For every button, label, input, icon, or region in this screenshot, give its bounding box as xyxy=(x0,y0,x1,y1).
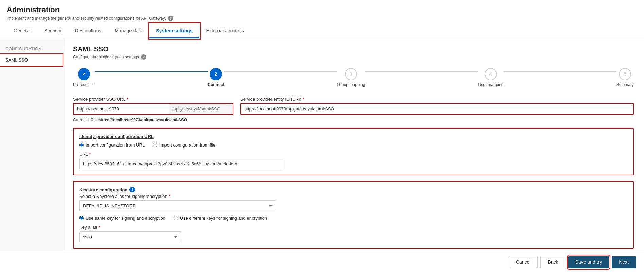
page-subtitle: Implement and manage the general and sec… xyxy=(7,16,166,21)
sso-url-row: Service provider SSO URL * Current URL: … xyxy=(73,97,634,122)
step-prerequisite: ✓ Prerequisite xyxy=(73,68,95,87)
step-line-3 xyxy=(365,71,478,72)
sso-url-label: Service provider SSO URL * xyxy=(73,97,233,102)
page-title: Administration xyxy=(7,5,637,14)
next-button[interactable]: Next xyxy=(612,256,636,267)
import-radio-group: Import configuration from URL Import con… xyxy=(79,142,628,148)
radio-import-file-input[interactable] xyxy=(153,143,157,147)
key-alias-select[interactable]: ssos xyxy=(79,231,181,242)
nav-tabs: General Security Destinations Manage dat… xyxy=(0,24,644,38)
sso-url-input[interactable] xyxy=(74,104,169,114)
idp-url-input[interactable] xyxy=(79,158,283,169)
keystore-info-icon[interactable]: i xyxy=(129,187,135,192)
key-alias-select-wrapper: ssos xyxy=(79,231,181,242)
step-circle-group-mapping: 3 xyxy=(345,68,357,80)
content-title: SAML SSO xyxy=(73,45,634,53)
tab-security[interactable]: Security xyxy=(37,24,68,38)
tab-general[interactable]: General xyxy=(7,24,37,38)
step-label-prerequisite: Prerequisite xyxy=(73,82,95,87)
step-user-mapping: 4 User mapping xyxy=(478,68,504,87)
step-line-2 xyxy=(224,71,337,72)
keystore-alias-select-wrapper: DEFAULT_IS_KEYSTORE xyxy=(79,200,276,211)
step-circle-summary: 5 xyxy=(619,68,631,80)
step-label-group-mapping: Group mapping xyxy=(337,82,365,87)
sidebar-item-saml-sso[interactable]: SAML SSO xyxy=(0,54,63,66)
step-label-connect: Connect xyxy=(208,82,224,87)
step-circle-user-mapping: 4 xyxy=(485,68,497,80)
content-help-icon[interactable]: ? xyxy=(141,54,146,60)
back-button[interactable]: Back xyxy=(540,256,565,267)
step-circle-prerequisite: ✓ xyxy=(78,68,90,80)
radio-import-file[interactable]: Import configuration from file xyxy=(153,142,215,148)
footer-bar: Cancel Back Save and try Next xyxy=(0,251,644,267)
tab-external-accounts[interactable]: External accounts xyxy=(199,24,251,38)
step-circle-connect: 2 xyxy=(210,68,222,80)
step-group-mapping: 3 Group mapping xyxy=(337,68,365,87)
sso-url-suffix-input[interactable] xyxy=(169,104,233,114)
sidebar: Configuration SAML SSO xyxy=(0,38,63,267)
radio-import-url-input[interactable] xyxy=(79,143,84,147)
step-label-summary: Summary xyxy=(616,82,634,87)
keystore-alias-label: Select a Keystore alias for signing/encr… xyxy=(79,194,628,199)
entity-id-input[interactable] xyxy=(240,103,634,115)
key-alias-label: Key alias * xyxy=(79,225,628,230)
entity-id-group: Service provider entity ID (URI) * xyxy=(240,97,634,115)
radio-same-key-input[interactable] xyxy=(79,216,84,220)
sso-url-group: Service provider SSO URL * Current URL: … xyxy=(73,97,233,122)
key-usage-radio-group: Use same key for signing and encryption … xyxy=(79,216,628,221)
radio-import-url[interactable]: Import configuration from URL xyxy=(79,142,145,148)
idp-url-group: URL * xyxy=(79,152,628,169)
sso-url-combined xyxy=(73,103,233,115)
keystore-alias-select[interactable]: DEFAULT_IS_KEYSTORE xyxy=(79,200,276,211)
radio-different-keys-input[interactable] xyxy=(174,216,178,220)
keystore-section: Keystore configuration i Select a Keysto… xyxy=(73,181,634,249)
main-content: SAML SSO Configure the single sign-on se… xyxy=(63,38,644,267)
sidebar-section-label: Configuration xyxy=(0,44,63,54)
key-alias-group: Key alias * ssos xyxy=(79,225,628,242)
idp-url-label: URL * xyxy=(79,152,628,157)
idp-section: Identity provider configuration URL Impo… xyxy=(73,128,634,175)
step-connect: 2 Connect xyxy=(208,68,224,87)
step-line-1 xyxy=(95,71,208,72)
save-and-try-button[interactable]: Save and try xyxy=(568,256,609,267)
keystore-section-title: Keystore configuration i xyxy=(79,187,628,192)
current-url-display: Current URL: https://localhost:9073/apig… xyxy=(73,118,233,122)
stepper: ✓ Prerequisite 2 Connect 3 Group mapping… xyxy=(73,68,634,87)
step-label-user-mapping: User mapping xyxy=(478,82,504,87)
tab-manage-data[interactable]: Manage data xyxy=(108,24,149,38)
entity-id-label: Service provider entity ID (URI) * xyxy=(240,97,634,102)
idp-section-title: Identity provider configuration URL xyxy=(79,134,628,139)
subtitle-help-icon[interactable]: ? xyxy=(168,16,173,21)
radio-same-key[interactable]: Use same key for signing and encryption xyxy=(79,216,166,221)
keystore-alias-group: Select a Keystore alias for signing/encr… xyxy=(79,194,628,211)
step-summary: 5 Summary xyxy=(616,68,634,87)
cancel-button[interactable]: Cancel xyxy=(509,256,538,267)
content-subtitle-text: Configure the single sign-on settings xyxy=(73,55,139,59)
tab-system-settings[interactable]: System settings xyxy=(149,24,199,38)
radio-different-keys[interactable]: Use different keys for signing and encry… xyxy=(174,216,267,221)
step-line-4 xyxy=(503,71,616,72)
tab-destinations[interactable]: Destinations xyxy=(68,24,108,38)
